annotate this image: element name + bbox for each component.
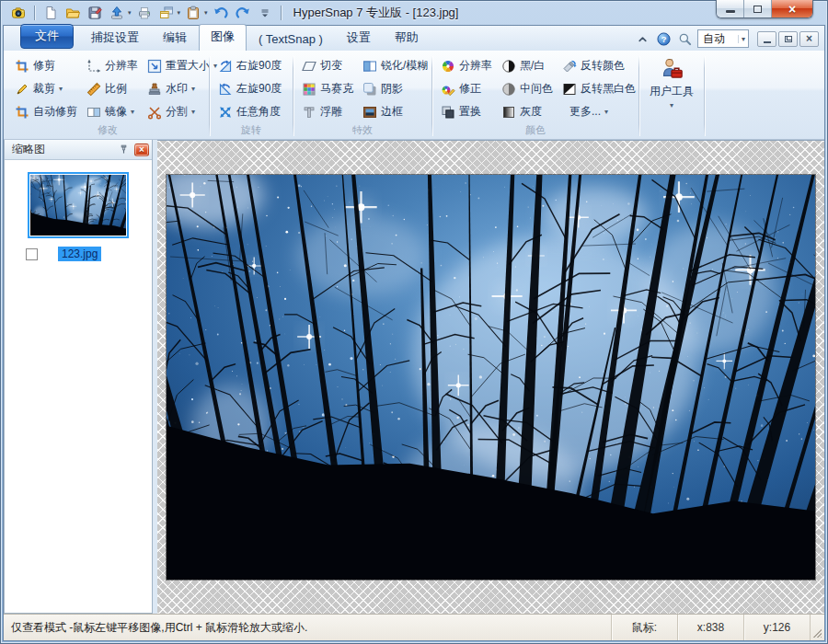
thumbnail-caption-row: 123.jpg xyxy=(18,247,138,261)
status-bar: 仅查看模式 -鼠标左键平移图像,用Ctrl + 鼠标滑轮放大或缩小. 鼠标: x… xyxy=(4,614,824,640)
new-file-icon[interactable] xyxy=(41,4,60,22)
group-label-effects: 特效 xyxy=(294,123,431,139)
capture-window-icon[interactable] xyxy=(157,4,176,22)
resolution-ruler-icon xyxy=(86,59,101,74)
ribbon-button-scale[interactable]: 比例 xyxy=(83,79,142,99)
save-file-icon[interactable] xyxy=(86,4,104,22)
color-replace-icon xyxy=(441,105,455,120)
print-icon[interactable] xyxy=(135,4,154,22)
ribbon-button-grayscale[interactable]: 灰度 xyxy=(498,102,557,122)
resize-grip[interactable] xyxy=(810,615,824,640)
group-separator xyxy=(293,56,293,136)
toolbar-separator xyxy=(34,6,35,20)
ribbon-button-rotate-left-90[interactable]: 左旋90度 xyxy=(214,79,288,99)
ribbon-button-sharpen-blur[interactable]: 锐化/模糊 xyxy=(359,56,431,76)
tab-help[interactable]: 帮助 xyxy=(383,26,431,51)
title-bar: ▾ ▾ ▾ HyperSnap 7 专业版 - [123.jpg] × xyxy=(4,0,824,26)
thumbnail-list: 123.jpg xyxy=(5,160,152,613)
collapse-ribbon-chevron-icon[interactable] xyxy=(634,30,650,47)
midtone-icon xyxy=(501,82,516,97)
window-controls: × xyxy=(716,0,813,18)
group-separator xyxy=(431,56,432,136)
undo-icon[interactable] xyxy=(212,4,230,22)
doc-minimize-button[interactable] xyxy=(757,31,776,47)
tab-image[interactable]: 图像 xyxy=(199,24,247,51)
ribbon-button-auto-trim[interactable]: 自动修剪 xyxy=(11,102,81,122)
ribbon-button-mirror[interactable]: 镜像▾ xyxy=(83,102,142,122)
workspace: 缩略图 × 123.jpg xyxy=(4,140,824,614)
open-image[interactable] xyxy=(167,175,815,580)
open-folder-icon[interactable] xyxy=(63,4,82,22)
redo-icon[interactable] xyxy=(234,4,252,22)
thumbnail-image[interactable] xyxy=(28,172,129,238)
split-scissors-icon xyxy=(147,105,162,120)
app-body: 文件 捕捉设置 编辑 图像 ( TextSnap ) 设置 帮助 自动 ▾ × xyxy=(4,26,824,640)
ribbon-button-crop[interactable]: 裁剪▾ xyxy=(11,79,81,99)
ribbon: 修剪 裁剪▾ 自动修剪 分辨率 比例 镜像▾ 重置大小▾ 水印▾ 分割▾ 修改 … xyxy=(4,51,824,140)
ribbon-button-shear[interactable]: 切变 xyxy=(298,56,357,76)
document-window-controls: × xyxy=(757,31,819,47)
ribbon-button-invert-colors[interactable]: 反转颜色 xyxy=(558,56,639,76)
tab-capture-settings[interactable]: 捕捉设置 xyxy=(79,26,151,51)
mouse-label: 鼠标: xyxy=(611,615,677,640)
dropdown-arrow-icon[interactable]: ▾ xyxy=(128,9,132,17)
tab-settings[interactable]: 设置 xyxy=(335,26,383,51)
ribbon-button-color-replace[interactable]: 置换 xyxy=(437,102,496,122)
group-separator xyxy=(209,56,210,136)
tab-file[interactable]: 文件 xyxy=(20,24,74,49)
dropdown-arrow-icon: ▾ xyxy=(670,101,673,109)
ribbon-button-more[interactable]: 更多...▾ xyxy=(558,102,639,122)
image-canvas[interactable] xyxy=(157,140,824,614)
ribbon-button-rotate-any-angle[interactable]: 任意角度 xyxy=(214,102,288,122)
ribbon-group-modify: 修剪 裁剪▾ 自动修剪 分辨率 比例 镜像▾ 重置大小▾ 水印▾ 分割▾ 修改 xyxy=(7,52,208,139)
doc-close-button[interactable]: × xyxy=(799,31,819,47)
ribbon-button-trim[interactable]: 修剪 xyxy=(11,56,81,76)
grip-icon xyxy=(812,628,822,638)
close-button[interactable]: × xyxy=(772,0,812,17)
ribbon-button-invert-bw[interactable]: 反转黑白色 xyxy=(558,79,639,99)
grayscale-icon xyxy=(501,105,516,120)
clipboard-paste-icon[interactable] xyxy=(184,4,202,22)
doc-restore-button[interactable] xyxy=(778,31,798,47)
close-icon: × xyxy=(139,145,144,155)
thumbnail-filename[interactable]: 123.jpg xyxy=(58,247,101,261)
ribbon-button-black-white[interactable]: 黑/白 xyxy=(498,56,557,76)
ribbon-button-rotate-right-90[interactable]: 右旋90度 xyxy=(214,56,288,76)
ribbon-button-mosaic[interactable]: 马赛克 xyxy=(298,79,357,99)
dropdown-arrow-icon: ▾ xyxy=(59,85,63,93)
restore-button[interactable] xyxy=(744,0,772,17)
mosaic-icon xyxy=(302,82,316,97)
app-logo-camera-icon[interactable] xyxy=(9,4,28,22)
dropdown-arrow-icon[interactable]: ▾ xyxy=(204,9,208,17)
auto-crop-icon xyxy=(15,105,29,120)
export-upload-icon[interactable] xyxy=(108,4,126,22)
restore-icon xyxy=(785,36,792,42)
ribbon-button-midtone[interactable]: 中间色 xyxy=(498,79,557,99)
minimize-icon xyxy=(726,10,735,13)
thumbnail-checkbox[interactable] xyxy=(26,248,38,260)
minimize-button[interactable] xyxy=(717,0,744,17)
pencil-crop-icon xyxy=(15,82,29,97)
ribbon-button-shadow[interactable]: 阴影 xyxy=(359,79,431,99)
ribbon-group-effects: 切变 马赛克 浮雕 锐化/模糊 阴影 边框 特效 xyxy=(294,52,431,139)
shadow-icon xyxy=(362,82,377,97)
ribbon-button-color-resolution[interactable]: 分辨率 xyxy=(437,56,496,76)
ribbon-button-emboss[interactable]: 浮雕 xyxy=(298,102,357,122)
user-tools-icon xyxy=(660,56,684,81)
mouse-x: x:838 xyxy=(677,615,743,640)
ribbon-button-frame[interactable]: 边框 xyxy=(359,102,431,122)
magnifier-icon[interactable] xyxy=(676,30,693,47)
panel-close-button[interactable]: × xyxy=(134,144,149,156)
ribbon-button-resolution[interactable]: 分辨率 xyxy=(83,56,142,76)
tab-textsnap[interactable]: ( TextSnap ) xyxy=(247,29,335,51)
zoom-select[interactable]: 自动 ▾ xyxy=(697,29,749,48)
customize-qat-icon[interactable] xyxy=(256,4,274,22)
ribbon-button-user-tools[interactable]: 用户工具 ▾ xyxy=(640,52,703,109)
pin-icon[interactable] xyxy=(116,143,131,157)
dropdown-arrow-icon[interactable]: ▾ xyxy=(178,9,181,17)
tab-edit[interactable]: 编辑 xyxy=(151,26,199,51)
help-icon[interactable] xyxy=(655,30,672,47)
ribbon-button-color-correct[interactable]: 修正 xyxy=(437,79,496,99)
restore-icon xyxy=(753,6,762,13)
ribbon-group-user-tools: 用户工具 ▾ xyxy=(640,52,703,139)
